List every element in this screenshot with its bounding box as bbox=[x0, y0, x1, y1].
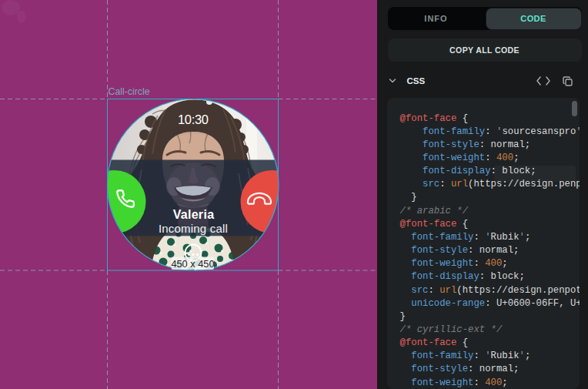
svg-text:Incoming call: Incoming call bbox=[159, 222, 228, 235]
svg-text:Call-circle: Call-circle bbox=[109, 86, 150, 97]
svg-text:10:30: 10:30 bbox=[178, 112, 209, 126]
svg-text:450 x 450: 450 x 450 bbox=[171, 258, 214, 270]
svg-text:Valeria: Valeria bbox=[173, 208, 215, 221]
